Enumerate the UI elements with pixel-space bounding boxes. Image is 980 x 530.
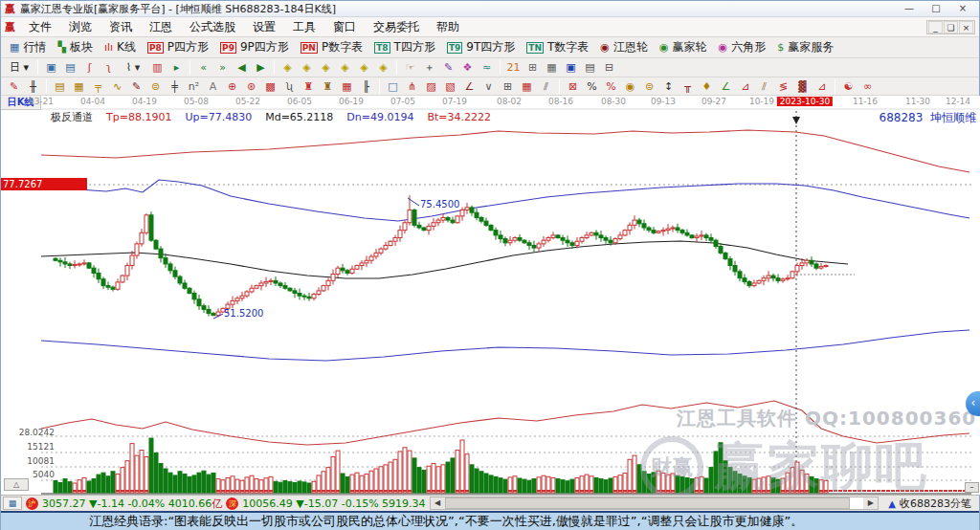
tool-icon-button[interactable]: ▣ <box>562 59 580 76</box>
tool-icon-button[interactable]: ⊕ <box>223 78 241 95</box>
tool-icon-button[interactable]: ╪ <box>166 78 184 95</box>
grid-view-button[interactable]: ▦ <box>3 497 22 510</box>
tool-icon-button[interactable]: ▨ <box>422 78 440 95</box>
tool-icon-button[interactable]: ◈ <box>374 59 392 76</box>
mdi-restore-button[interactable]: ❏ <box>944 21 958 33</box>
tool-icon-button[interactable]: ▓ <box>793 78 812 95</box>
toolbar-button[interactable]: T99T四方形 <box>442 38 520 56</box>
tool-icon-button[interactable]: ⌇ ▾ <box>119 59 147 76</box>
tool-icon-button[interactable]: ▤ <box>51 78 69 95</box>
tool-icon-button[interactable]: ▧ <box>441 78 459 95</box>
tool-icon-button[interactable]: ↕ <box>659 78 678 95</box>
mdi-close-button[interactable]: × <box>959 21 973 33</box>
tool-icon-button[interactable]: ⋔ <box>403 78 421 95</box>
tool-icon-button[interactable]: ☯ <box>839 78 858 95</box>
tool-icon-button[interactable]: ⊠ <box>564 78 582 95</box>
toolbar-button[interactable]: ◉江恩轮 <box>595 38 653 56</box>
tool-icon-button[interactable]: ▦ <box>543 59 561 76</box>
tool-icon-button[interactable]: ∠ <box>717 78 735 95</box>
scrollbar-thumb[interactable] <box>445 497 851 509</box>
tool-icon-button[interactable]: □ <box>384 78 402 95</box>
menu-item[interactable]: 窗口 <box>324 17 365 37</box>
tool-icon-button[interactable]: » <box>213 59 232 76</box>
tool-icon-button[interactable]: ＋ <box>420 59 438 76</box>
tool-icon-button[interactable]: ╥ <box>679 78 697 95</box>
minimize-button[interactable]: — <box>897 2 922 15</box>
tool-icon-button[interactable]: ▶ <box>252 59 270 76</box>
tool-icon-button[interactable]: « <box>194 59 212 76</box>
mdi-minimize-button[interactable]: _ <box>928 21 943 33</box>
tool-icon-button[interactable]: ◉ <box>621 78 639 95</box>
tool-icon-button[interactable]: ◈ <box>355 59 373 76</box>
tool-icon-button[interactable]: ☞ <box>401 59 419 76</box>
tool-icon-button[interactable]: ʯ <box>280 78 299 95</box>
scroll-left-arrow[interactable]: ◀ <box>431 497 445 509</box>
toolbar-button[interactable]: P99P四方形 <box>215 38 294 56</box>
tool-icon-button[interactable]: ⫽ <box>537 78 555 95</box>
tool-icon-button[interactable]: ▦ <box>70 78 88 95</box>
tool-icon-button[interactable]: A <box>204 78 222 95</box>
tool-icon-button[interactable]: ▤ <box>581 59 599 76</box>
tool-icon-button[interactable]: 21 <box>504 59 523 76</box>
tool-icon-button[interactable]: % <box>583 78 601 95</box>
toolbar-button[interactable]: ▦行情 <box>5 38 51 56</box>
menu-item[interactable]: 公式选股 <box>181 17 244 37</box>
tool-icon-button[interactable]: ▣ <box>42 59 60 76</box>
toolbar-button[interactable]: ▚板块 <box>53 38 97 56</box>
tool-icon-button[interactable]: ⊿ <box>736 78 754 95</box>
tool-icon-button[interactable]: ◈ <box>298 59 316 76</box>
menu-item[interactable]: 文件 <box>20 17 60 37</box>
toolbar-button[interactable]: ◉六角形 <box>714 38 771 56</box>
tool-icon-button[interactable]: ≶ <box>774 78 792 95</box>
tool-icon-button[interactable]: ▦ <box>518 78 536 95</box>
tool-icon-button[interactable]: ⊞ <box>523 59 542 76</box>
toolbar-button[interactable]: TNT数字表 <box>522 38 593 56</box>
chart-area[interactable]: 日K线 03-2104-0404-1905-0805-2206-0506-190… <box>1 96 980 495</box>
tool-icon-button[interactable]: ✎ <box>439 59 457 76</box>
horizontal-scrollbar[interactable]: ◀ ▶ <box>430 497 880 510</box>
tool-icon-button[interactable]: ⊿ <box>813 78 831 95</box>
tool-icon-button[interactable]: ⫽ <box>755 78 773 95</box>
tool-icon-button[interactable]: ⊜ <box>640 78 658 95</box>
pane-toggle-button[interactable]: △ <box>4 478 29 491</box>
tool-icon-button[interactable]: % <box>602 78 620 95</box>
tool-icon-button[interactable]: ⊟ <box>600 59 618 76</box>
tool-icon-button[interactable]: ❖ <box>458 59 477 76</box>
toolbar-button[interactable]: T8T四方形 <box>369 38 440 56</box>
tool-icon-button[interactable]: ⊞ <box>499 78 517 95</box>
tool-icon-button[interactable]: ✎ <box>5 78 23 95</box>
tool-icon-button[interactable]: ♜ <box>300 78 318 95</box>
toolbar-button[interactable]: ılıK线 <box>100 38 141 56</box>
volume-pane-button[interactable]: – <box>965 482 979 493</box>
tool-icon-button[interactable]: ▤ <box>61 59 79 76</box>
toolbar-button[interactable]: P8P四方形 <box>143 38 213 56</box>
tool-icon-button[interactable]: 日 ▾ <box>5 59 33 76</box>
scroll-right-arrow[interactable]: ▶ <box>863 497 878 509</box>
tool-icon-button[interactable]: ≈ <box>478 59 496 76</box>
tool-icon-button[interactable]: ʅ <box>100 59 118 76</box>
menu-item[interactable]: 江恩 <box>141 17 181 37</box>
menu-item[interactable]: 设置 <box>244 17 284 37</box>
toolbar-button[interactable]: ◉赢家轮 <box>655 38 712 56</box>
menu-item[interactable]: 资讯 <box>100 17 141 37</box>
tool-icon-button[interactable]: ⊛ <box>242 78 260 95</box>
tool-icon-button[interactable]: ♜ <box>319 78 337 95</box>
tool-icon-button[interactable]: ⊜ <box>146 78 165 95</box>
tool-icon-button[interactable]: ◀ <box>233 59 251 76</box>
tool-icon-button[interactable]: ∨ <box>479 78 498 95</box>
tool-icon-button[interactable]: ╟ <box>357 78 375 95</box>
maximize-button[interactable]: □ <box>924 2 948 15</box>
tool-icon-button[interactable]: ♦ <box>698 78 716 95</box>
toolbar-button[interactable]: $赢家服务 <box>772 38 838 56</box>
menu-item[interactable]: 帮助 <box>428 17 468 37</box>
tool-icon-button[interactable]: ✎ <box>127 78 145 95</box>
tool-icon-button[interactable]: ╤ <box>89 78 107 95</box>
menu-item[interactable]: 交易委托 <box>365 17 428 37</box>
tool-icon-button[interactable]: ▥ <box>148 59 167 76</box>
tool-icon-button[interactable]: ◈ <box>317 59 335 76</box>
tool-icon-button[interactable]: ▩ <box>261 78 279 95</box>
menu-item[interactable]: 工具 <box>284 17 324 37</box>
tool-icon-button[interactable]: ╫ <box>24 78 42 95</box>
toolbar-button[interactable]: PNP数字表 <box>296 38 368 56</box>
tool-icon-button[interactable]: ◈ <box>278 59 297 76</box>
